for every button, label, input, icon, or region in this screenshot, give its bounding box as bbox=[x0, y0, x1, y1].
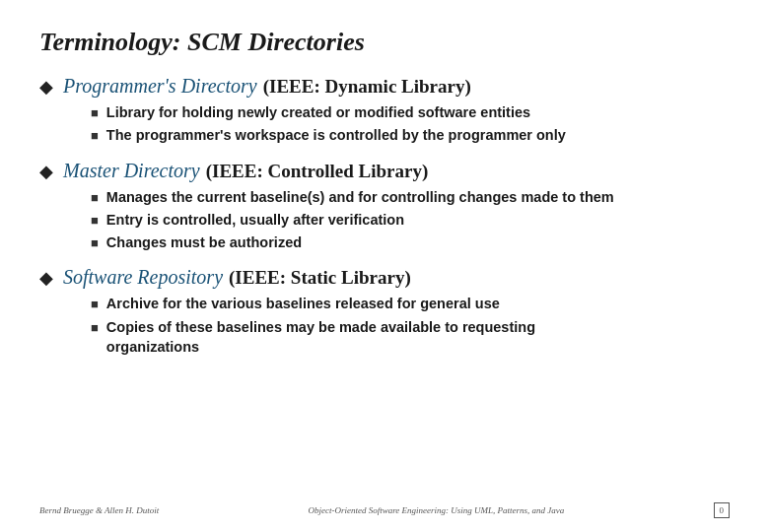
section-title-plain-2: (IEEE: Controlled Library) bbox=[206, 161, 429, 182]
section-title-colored-2: Master Directory bbox=[63, 160, 200, 182]
slide-title: Terminology: SCM Directories bbox=[39, 28, 730, 57]
footer: Bernd Bruegge & Allen H. Dutoit Object-O… bbox=[0, 502, 769, 518]
bullet-1: ◆ bbox=[39, 76, 53, 98]
section-title-colored-3: Software Repository bbox=[63, 266, 223, 289]
section-title-wrapper-2: Master Directory (IEEE: Controlled Libra… bbox=[63, 160, 428, 182]
list-item: ■ The programmer's workspace is controll… bbox=[91, 125, 730, 145]
slide: Terminology: SCM Directories ◆ Programme… bbox=[0, 0, 769, 532]
list-item: ■ Changes must be authorized bbox=[91, 233, 730, 252]
footer-book: Object-Oriented Software Engineering: Us… bbox=[178, 505, 693, 515]
multi-line-text: Copies of these baselines may be made av… bbox=[106, 317, 535, 358]
list-item: ■ Library for holding newly created or m… bbox=[91, 102, 730, 122]
list-item: ■ Entry is controlled, usually after ver… bbox=[91, 210, 730, 230]
section-title-plain-3: (IEEE: Static Library) bbox=[229, 267, 411, 289]
list-item: ■ Archive for the various baselines rele… bbox=[91, 294, 730, 313]
bullet-3: ◆ bbox=[39, 267, 53, 289]
bullet-2: ◆ bbox=[39, 161, 53, 182]
sub-items-1: ■ Library for holding newly created or m… bbox=[91, 102, 730, 146]
section-software-repository: ◆ Software Repository (IEEE: Static Libr… bbox=[39, 266, 730, 357]
sub-bullet-icon: ■ bbox=[91, 105, 99, 121]
sub-bullet-icon: ■ bbox=[91, 235, 99, 251]
section-title-colored-1: Programmer's Directory bbox=[63, 75, 257, 98]
section-master-directory: ◆ Master Directory (IEEE: Controlled Lib… bbox=[39, 160, 730, 253]
sub-bullet-icon: ■ bbox=[91, 297, 99, 312]
sub-items-3: ■ Archive for the various baselines rele… bbox=[91, 294, 730, 357]
list-item: ■ Copies of these baselines may be made … bbox=[91, 317, 730, 358]
sub-bullet-icon: ■ bbox=[91, 128, 99, 144]
footer-page: 0 bbox=[714, 502, 731, 518]
sub-bullet-icon: ■ bbox=[91, 320, 99, 336]
list-item: ■ Manages the current baseline(s) and fo… bbox=[91, 187, 730, 207]
section-title-wrapper-1: Programmer's Directory (IEEE: Dynamic Li… bbox=[63, 75, 471, 98]
sub-items-2: ■ Manages the current baseline(s) and fo… bbox=[91, 187, 730, 253]
section-programmers-directory: ◆ Programmer's Directory (IEEE: Dynamic … bbox=[39, 75, 730, 146]
section-title-wrapper-3: Software Repository (IEEE: Static Librar… bbox=[63, 266, 411, 289]
section-header-3: ◆ Software Repository (IEEE: Static Libr… bbox=[39, 266, 730, 289]
section-header-1: ◆ Programmer's Directory (IEEE: Dynamic … bbox=[39, 75, 730, 98]
sub-bullet-icon: ■ bbox=[91, 213, 99, 229]
footer-author: Bernd Bruegge & Allen H. Dutoit bbox=[39, 505, 159, 515]
sub-bullet-icon: ■ bbox=[91, 190, 99, 206]
section-title-plain-1: (IEEE: Dynamic Library) bbox=[263, 76, 471, 98]
section-header-2: ◆ Master Directory (IEEE: Controlled Lib… bbox=[39, 160, 730, 182]
